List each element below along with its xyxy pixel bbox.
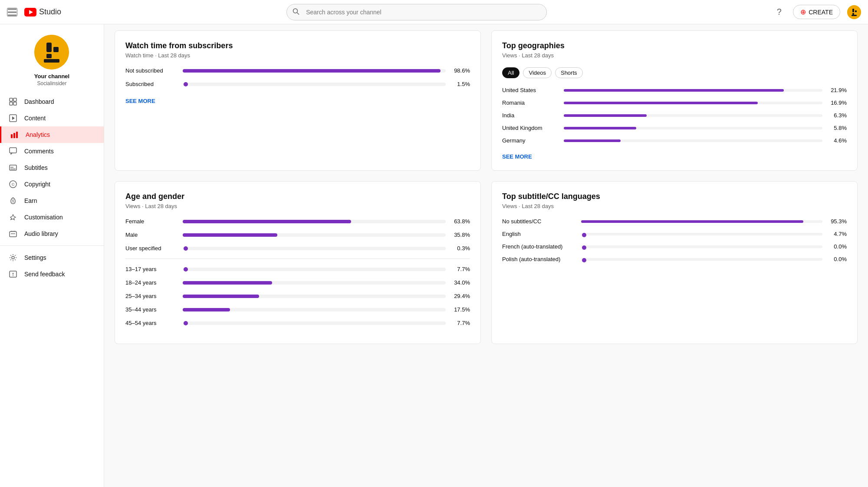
sidebar-item-subtitles[interactable]: Subtitles	[0, 159, 104, 176]
age-label-18-24: 18–24 years	[125, 279, 178, 286]
age-value-25-34: 29.4%	[451, 293, 470, 299]
sidebar-item-settings[interactable]: Settings	[0, 249, 104, 266]
content-icon	[9, 114, 17, 122]
gender-label-male: Male	[125, 232, 178, 238]
sidebar-item-send-feedback[interactable]: Send feedback	[0, 266, 104, 282]
sidebar-item-audio-library[interactable]: Audio library	[0, 225, 104, 242]
svg-rect-6	[855, 10, 857, 12]
sidebar-item-customisation[interactable]: Customisation	[0, 209, 104, 225]
age-bar-fill-13-17	[184, 267, 188, 272]
gender-value-specified: 0.3%	[451, 245, 470, 252]
subtitle-row-2: French (auto-translated) 0.0%	[502, 243, 847, 250]
subtitle-subtitle: Views · Last 28 days	[502, 203, 847, 209]
geo-row-0: United States 21.9%	[502, 87, 847, 93]
bar-track-not-subscribed	[183, 69, 446, 73]
subtitle-name-0: No subtitles/CC	[502, 218, 576, 225]
sidebar-label-comments: Comments	[24, 148, 54, 155]
geo-bar-fill-in	[564, 114, 647, 117]
gender-bar-fill-female	[183, 220, 351, 223]
channel-info: Your channel Socialinsider	[34, 31, 69, 93]
svg-marker-19	[12, 116, 15, 120]
bar-fill-subscribed	[184, 82, 188, 86]
audio-library-icon	[9, 230, 17, 238]
bar-label-subscribed: Subscribed	[125, 81, 178, 87]
channel-avatar-icon	[34, 35, 69, 70]
subtitle-row-1: English 4.7%	[502, 231, 847, 237]
geo-bar-track-uk	[564, 127, 822, 129]
subtitle-title: Top subtitle/CC languages	[502, 192, 847, 201]
age-bar-track-18-24	[183, 281, 446, 285]
age-bar-track-35-44	[183, 308, 446, 311]
svg-rect-11	[53, 47, 59, 52]
sidebar-item-analytics[interactable]: Analytics	[0, 126, 104, 143]
age-value-13-17: 7.7%	[451, 266, 470, 272]
channel-avatar[interactable]	[34, 35, 69, 70]
menu-button[interactable]	[7, 8, 17, 17]
geo-name-us: United States	[502, 87, 559, 93]
svg-rect-5	[852, 9, 854, 12]
sidebar-item-dashboard[interactable]: Dashboard	[0, 93, 104, 110]
sidebar-item-content[interactable]: Content	[0, 110, 104, 126]
sidebar: Your channel Socialinsider Dashboard Con…	[0, 24, 104, 354]
subtitle-value-2: 0.0%	[828, 243, 847, 250]
avatar[interactable]	[847, 5, 861, 19]
age-bar-fill-25-34	[183, 295, 259, 298]
age-row-13-17: 13–17 years 7.7%	[125, 266, 470, 272]
age-bar-fill-35-44	[183, 308, 230, 311]
sidebar-item-comments[interactable]: Comments	[0, 143, 104, 159]
sidebar-label-copyright: Copyright	[24, 181, 50, 188]
create-icon: ⊕	[800, 8, 806, 16]
sidebar-nav: Dashboard Content Analytics Comments Sub…	[0, 93, 104, 282]
bar-value-not-subscribed: 98.6%	[451, 67, 470, 74]
svg-rect-21	[13, 133, 15, 138]
svg-rect-22	[16, 132, 18, 138]
geo-see-more-button[interactable]: SEE MORE	[502, 153, 532, 160]
geo-filter-shorts[interactable]: Shorts	[555, 67, 583, 78]
subtitles-icon	[9, 164, 17, 172]
sidebar-item-earn[interactable]: $ Earn	[0, 192, 104, 209]
age-label-35-44: 35–44 years	[125, 306, 178, 313]
watch-time-subtitle: Watch time · Last 28 days	[125, 52, 470, 59]
gender-row-female: Female 63.8%	[125, 218, 470, 225]
create-button[interactable]: ⊕ CREATE	[793, 5, 840, 19]
age-bar-track-13-17	[183, 268, 446, 271]
bar-label-not-subscribed: Not subscribed	[125, 67, 178, 74]
channel-name: Your channel	[34, 73, 69, 80]
svg-point-39	[13, 275, 13, 276]
geo-bar-track-ro	[564, 102, 822, 104]
help-button[interactable]: ?	[772, 5, 786, 19]
logo[interactable]: Studio	[24, 7, 61, 17]
sidebar-label-earn: Earn	[24, 197, 37, 204]
watch-time-see-more-button[interactable]: SEE MORE	[125, 98, 155, 104]
geo-name-de: Germany	[502, 137, 559, 144]
geo-value-uk: 5.8%	[828, 125, 847, 131]
geo-name-ro: Romania	[502, 99, 559, 106]
age-row-45-54: 45–54 years 7.7%	[125, 320, 470, 326]
svg-text:©: ©	[12, 182, 15, 187]
search-bar	[286, 4, 547, 20]
subtitle-dot-3	[582, 258, 586, 262]
svg-rect-17	[13, 102, 16, 105]
gender-label-female: Female	[125, 218, 178, 225]
svg-point-4	[847, 5, 861, 19]
geo-row-3: United Kingdom 5.8%	[502, 125, 847, 131]
gender-bar-track-male	[183, 233, 446, 237]
age-bar-fill-45-54	[184, 321, 188, 325]
age-bar-fill-18-24	[183, 281, 272, 285]
subtitle-bar-fill-0	[581, 220, 803, 223]
settings-icon	[9, 254, 17, 262]
geo-filter-all[interactable]: All	[502, 67, 519, 78]
geo-filter-videos[interactable]: Videos	[523, 67, 552, 78]
subtitle-bar-track-3	[581, 258, 822, 261]
geo-value-de: 4.6%	[828, 137, 847, 144]
subtitle-value-3: 0.0%	[828, 256, 847, 262]
svg-rect-23	[10, 148, 16, 153]
svg-rect-24	[10, 165, 16, 170]
search-input[interactable]	[286, 4, 547, 20]
top-subtitle-card: Top subtitle/CC languages Views · Last 2…	[491, 181, 858, 344]
youtube-logo-icon	[24, 8, 36, 17]
content-area: Watch time from subscribers Watch time ·…	[104, 20, 868, 354]
sidebar-item-copyright[interactable]: © Copyright	[0, 176, 104, 192]
geo-subtitle: Views · Last 28 days	[502, 52, 847, 59]
svg-rect-13	[44, 59, 59, 63]
